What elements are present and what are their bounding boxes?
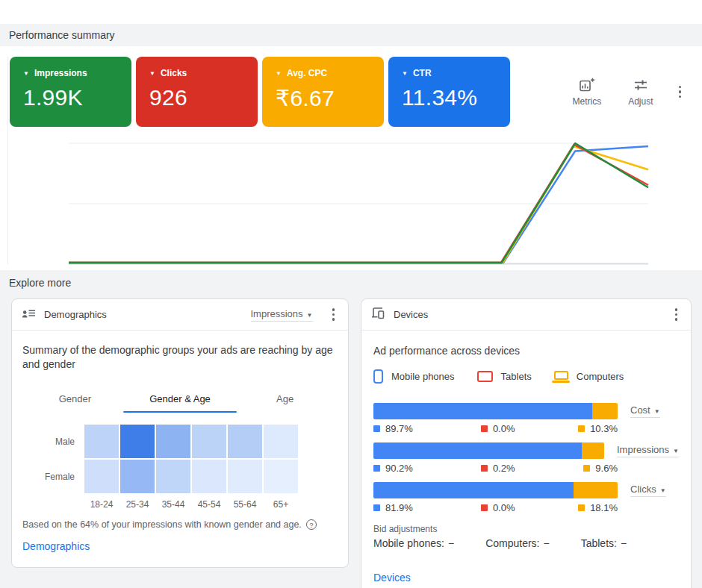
metric-value: ₹6.67 (276, 85, 370, 111)
demographics-summary-text: Summary of the demographic groups your a… (22, 343, 344, 372)
heatmap-cell-female-45-54 (191, 459, 227, 494)
devices-card-title: Devices (394, 309, 428, 320)
mobile-pct-label: 89.7% (373, 423, 413, 434)
metric-value: 926 (149, 85, 244, 110)
bar-group-impressions: Impressions▼ 90.2% 0.2% 9.6% (373, 442, 679, 475)
bid-adjustments: Bid adjustments Mobile phones− Computers… (373, 524, 679, 549)
computers-pct-label: 18.1% (578, 502, 618, 513)
metric-value: 11.34% (402, 85, 497, 110)
help-icon[interactable] (306, 519, 317, 530)
demographics-metric-dropdown[interactable]: Impressions▼ (251, 308, 313, 322)
phone-icon (373, 369, 383, 384)
heatmap-cell-male-35-44 (155, 424, 191, 459)
explore-more-title: Explore more (0, 270, 702, 289)
cost-stacked-bar (373, 403, 618, 419)
caret-down-icon: ▼ (654, 408, 660, 415)
caret-down-icon: ▼ (149, 70, 155, 77)
heatmap-cell-female-25-34 (119, 459, 155, 494)
bid-item-mobile-phones: Mobile phones− (373, 537, 454, 549)
bar-segment-mobile (373, 482, 574, 498)
metric-card-ctr[interactable]: ▼CTR 11.34% (388, 57, 510, 127)
demographics-more-options-icon[interactable] (329, 304, 338, 325)
metrics-button[interactable]: Metrics (572, 78, 601, 107)
demographics-card: Demographics Impressions▼ Summary of the… (11, 298, 349, 568)
caret-down-icon: ▼ (402, 70, 408, 77)
metrics-button-label: Metrics (572, 96, 601, 107)
devices-link[interactable]: Devices (373, 572, 411, 584)
clicks-metric-dropdown[interactable]: Clicks▼ (630, 484, 666, 497)
heatmap-row-label: Female (45, 472, 84, 482)
demographics-link[interactable]: Demographics (22, 540, 90, 552)
heatmap-cell-male-65plus (263, 424, 299, 459)
tablets-pct-label: 0.2% (481, 463, 515, 474)
summary-toolbar: Metrics Adjust (545, 78, 684, 107)
performance-trend-chart (0, 127, 702, 270)
bid-item-tablets: Tablets− (581, 537, 627, 549)
metric-card-avg-cpc[interactable]: ▼Avg. CPC ₹6.67 (262, 57, 384, 127)
heatmap-cell-male-25-34 (119, 424, 155, 459)
mobile-pct-label: 81.9% (373, 502, 413, 513)
mobile-pct-label: 90.2% (373, 463, 413, 474)
tab-gender-and-age[interactable]: Gender & Age (128, 393, 233, 413)
metrics-chart-plus-icon (579, 78, 595, 93)
heatmap-col-label: 65+ (263, 494, 299, 510)
devices-icon (371, 307, 385, 322)
devices-card: Devices Ad performance across devices Mo… (361, 298, 692, 588)
metric-card-impressions[interactable]: ▼Impressions 1.99K (10, 57, 131, 127)
bid-adjustments-title: Bid adjustments (373, 524, 679, 534)
caret-down-icon: ▼ (276, 70, 282, 77)
impressions-metric-dropdown[interactable]: Impressions▼ (617, 444, 679, 457)
trend-line-impressions (69, 143, 648, 263)
heatmap-cell-male-18-24 (84, 424, 119, 459)
heatmap-cell-female-55-64 (227, 459, 263, 494)
heatmap-cell-female-18-24 (84, 459, 119, 494)
performance-summary-header: Performance summary (0, 24, 702, 46)
tab-age[interactable]: Age (232, 393, 338, 413)
metric-label: Avg. CPC (287, 68, 327, 78)
tab-gender[interactable]: Gender (22, 393, 128, 413)
adjust-button-label: Adjust (628, 96, 653, 107)
gender-age-heatmap: Male Female 18-24 25-34 (22, 424, 338, 510)
bar-segment-computers (582, 442, 604, 459)
metric-value: 1.99K (23, 85, 118, 110)
legend-tablets: Tablets (477, 371, 532, 382)
heatmap-cell-male-45-54 (191, 424, 227, 459)
demographics-card-title: Demographics (44, 309, 107, 320)
demographics-tabs: Gender Gender & Age Age (22, 393, 338, 413)
demographics-footnote: Based on the 64% of your impressions wit… (22, 519, 338, 530)
caret-down-icon: ▼ (673, 448, 679, 454)
devices-legend: Mobile phones Tablets Computers (373, 369, 679, 384)
explore-more-section: Explore more Demographics Impressions (0, 270, 702, 588)
adjust-button[interactable]: Adjust (628, 78, 653, 107)
metric-label: CTR (413, 68, 432, 78)
heatmap-col-label: 55-64 (227, 494, 263, 510)
bar-segment-mobile (373, 403, 592, 419)
tablets-pct-label: 0.0% (481, 502, 515, 513)
computers-pct-label: 9.6% (583, 463, 618, 474)
demographics-card-header: Demographics Impressions▼ (12, 299, 348, 331)
metric-card-clicks[interactable]: ▼Clicks 926 (136, 57, 258, 127)
caret-down-icon: ▼ (660, 487, 666, 494)
cost-metric-dropdown[interactable]: Cost▼ (630, 404, 660, 418)
bar-group-cost: Cost▼ 89.7% 0.0% 10.3% (373, 403, 679, 436)
devices-card-header: Devices (361, 299, 691, 331)
heatmap-cell-female-65plus (263, 459, 299, 494)
metric-label: Clicks (161, 68, 187, 78)
devices-subtitle: Ad performance across devices (373, 345, 679, 357)
heatmap-col-label: 35-44 (155, 494, 191, 510)
heatmap-col-label: 45-54 (191, 494, 227, 510)
top-whitespace (0, 0, 702, 24)
trend-chart-svg (0, 127, 702, 270)
caret-down-icon: ▼ (307, 312, 313, 319)
metric-label: Impressions (34, 68, 87, 78)
summary-more-options-icon[interactable] (676, 81, 685, 102)
computers-pct-label: 10.3% (578, 423, 618, 434)
heatmap-row-label: Male (55, 437, 84, 447)
tablets-pct-label: 0.0% (481, 423, 515, 434)
tablet-icon (477, 371, 493, 382)
bar-segment-computers (574, 482, 618, 498)
metric-cards-row: ▼Impressions 1.99K ▼Clicks 926 ▼Avg. CPC… (10, 57, 684, 127)
laptop-icon (554, 371, 568, 380)
heatmap-col-label: 18-24 (84, 494, 119, 510)
devices-more-options-icon[interactable] (672, 304, 681, 325)
